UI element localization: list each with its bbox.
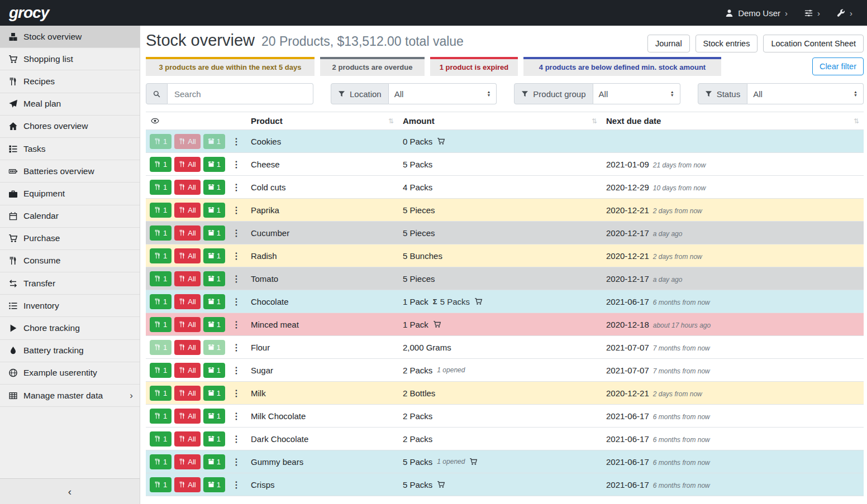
column-header-next-due-date[interactable]: Next due date ⇅: [602, 116, 864, 126]
location-content-sheet-button[interactable]: Location Content Sheet: [763, 35, 864, 52]
consume-one-button[interactable]: 1: [150, 180, 172, 195]
open-one-button[interactable]: 1: [203, 477, 225, 492]
open-one-button[interactable]: 1: [203, 294, 225, 309]
clear-filter-button[interactable]: Clear filter: [812, 57, 864, 75]
open-one-button[interactable]: 1: [203, 248, 225, 263]
user-menu[interactable]: Demo User ›: [725, 8, 788, 18]
open-one-button[interactable]: 1: [203, 271, 225, 286]
sidebar-item-purchase[interactable]: Purchase: [0, 228, 140, 250]
open-one-button[interactable]: 1: [203, 157, 225, 172]
consume-all-button[interactable]: All: [174, 134, 200, 149]
consume-all-button[interactable]: All: [174, 340, 200, 355]
row-menu-button[interactable]: ⋮: [228, 457, 244, 467]
sidebar-item-shopping-list[interactable]: Shopping list: [0, 48, 140, 70]
sidebar-item-meal-plan[interactable]: Meal plan: [0, 93, 140, 116]
consume-one-button[interactable]: 1: [150, 203, 172, 218]
sidebar-item-transfer[interactable]: Transfer: [0, 272, 140, 295]
consume-all-button[interactable]: All: [174, 363, 200, 378]
sidebar-item-chores-overview[interactable]: Chores overview: [0, 116, 140, 138]
consume-one-button[interactable]: 1: [150, 386, 172, 401]
row-menu-button[interactable]: ⋮: [228, 296, 244, 307]
consume-all-button[interactable]: All: [174, 248, 200, 263]
consume-all-button[interactable]: All: [174, 271, 200, 286]
consume-one-button[interactable]: 1: [150, 454, 172, 469]
row-menu-button[interactable]: ⋮: [228, 434, 244, 444]
row-menu-button[interactable]: ⋮: [228, 479, 244, 490]
row-menu-button[interactable]: ⋮: [228, 228, 244, 238]
consume-all-button[interactable]: All: [174, 180, 200, 195]
sidebar-item-stock-overview[interactable]: Stock overview: [0, 26, 140, 48]
consume-all-button[interactable]: All: [174, 294, 200, 309]
open-one-button[interactable]: 1: [203, 317, 225, 332]
open-one-button[interactable]: 1: [203, 180, 225, 195]
consume-one-button[interactable]: 1: [150, 157, 172, 172]
column-header-amount[interactable]: Amount ⇅: [398, 116, 602, 126]
consume-all-button[interactable]: All: [174, 317, 200, 332]
sidebar-item-inventory[interactable]: Inventory: [0, 295, 140, 317]
status-banner[interactable]: 3 products are due within the next 5 day…: [146, 57, 315, 76]
product-group-select[interactable]: All▲▼: [593, 83, 680, 104]
sidebar-item-equipment[interactable]: Equipment: [0, 183, 140, 205]
open-one-button[interactable]: 1: [203, 203, 225, 218]
sidebar-collapse-button[interactable]: ‹: [0, 478, 140, 504]
consume-one-button[interactable]: 1: [150, 225, 172, 241]
status-banner[interactable]: 4 products are below defined min. stock …: [523, 57, 721, 76]
sidebar-item-chore-tracking[interactable]: Chore tracking: [0, 317, 140, 339]
sort-icon[interactable]: ⇅: [854, 117, 859, 125]
sort-icon[interactable]: ⇅: [592, 117, 597, 125]
stock-entries-button[interactable]: Stock entries: [695, 35, 758, 52]
sidebar-item-example-userentity[interactable]: Example userentity: [0, 362, 140, 385]
consume-one-button[interactable]: 1: [150, 248, 172, 263]
consume-all-button[interactable]: All: [174, 225, 200, 241]
consume-one-button[interactable]: 1: [150, 409, 172, 424]
consume-all-button[interactable]: All: [174, 477, 200, 492]
sidebar-item-battery-tracking[interactable]: Battery tracking: [0, 340, 140, 362]
sidebar-item-recipes[interactable]: Recipes: [0, 70, 140, 93]
consume-all-button[interactable]: All: [174, 454, 200, 469]
row-menu-button[interactable]: ⋮: [228, 273, 244, 284]
open-one-button[interactable]: 1: [203, 134, 225, 149]
status-banner[interactable]: 2 products are overdue: [320, 57, 425, 76]
journal-button[interactable]: Journal: [647, 35, 690, 52]
row-menu-button[interactable]: ⋮: [228, 319, 244, 330]
status-banner[interactable]: 1 product is expired: [430, 57, 518, 76]
consume-one-button[interactable]: 1: [150, 431, 172, 447]
open-one-button[interactable]: 1: [203, 363, 225, 378]
app-logo[interactable]: grocy: [9, 4, 49, 22]
toggle-columns-button[interactable]: [146, 117, 246, 125]
sidebar-item-manage-master-data[interactable]: Manage master data›: [0, 385, 140, 407]
row-menu-button[interactable]: ⋮: [228, 388, 244, 399]
search-input[interactable]: [168, 83, 313, 104]
row-menu-button[interactable]: ⋮: [228, 342, 244, 353]
consume-one-button[interactable]: 1: [150, 294, 172, 309]
consume-all-button[interactable]: All: [174, 409, 200, 424]
settings-menu[interactable]: ›: [804, 9, 820, 17]
consume-all-button[interactable]: All: [174, 431, 200, 447]
open-one-button[interactable]: 1: [203, 386, 225, 401]
consume-one-button[interactable]: 1: [150, 134, 172, 149]
row-menu-button[interactable]: ⋮: [228, 136, 244, 147]
consume-one-button[interactable]: 1: [150, 271, 172, 286]
column-header-product[interactable]: Product ⇅: [246, 116, 398, 126]
open-one-button[interactable]: 1: [203, 340, 225, 355]
sidebar-item-tasks[interactable]: Tasks: [0, 138, 140, 160]
sidebar-item-consume[interactable]: Consume: [0, 250, 140, 272]
row-menu-button[interactable]: ⋮: [228, 182, 244, 193]
admin-menu[interactable]: ›: [837, 9, 852, 17]
open-one-button[interactable]: 1: [203, 409, 225, 424]
open-one-button[interactable]: 1: [203, 454, 225, 469]
consume-all-button[interactable]: All: [174, 203, 200, 218]
row-menu-button[interactable]: ⋮: [228, 205, 244, 215]
consume-one-button[interactable]: 1: [150, 477, 172, 492]
open-one-button[interactable]: 1: [203, 431, 225, 447]
consume-one-button[interactable]: 1: [150, 317, 172, 332]
status-select[interactable]: All▲▼: [747, 83, 864, 104]
consume-all-button[interactable]: All: [174, 386, 200, 401]
consume-one-button[interactable]: 1: [150, 363, 172, 378]
row-menu-button[interactable]: ⋮: [228, 365, 244, 376]
consume-all-button[interactable]: All: [174, 157, 200, 172]
consume-one-button[interactable]: 1: [150, 340, 172, 355]
sidebar-item-batteries-overview[interactable]: Batteries overview: [0, 160, 140, 183]
open-one-button[interactable]: 1: [203, 225, 225, 241]
sidebar-item-calendar[interactable]: Calendar: [0, 205, 140, 228]
